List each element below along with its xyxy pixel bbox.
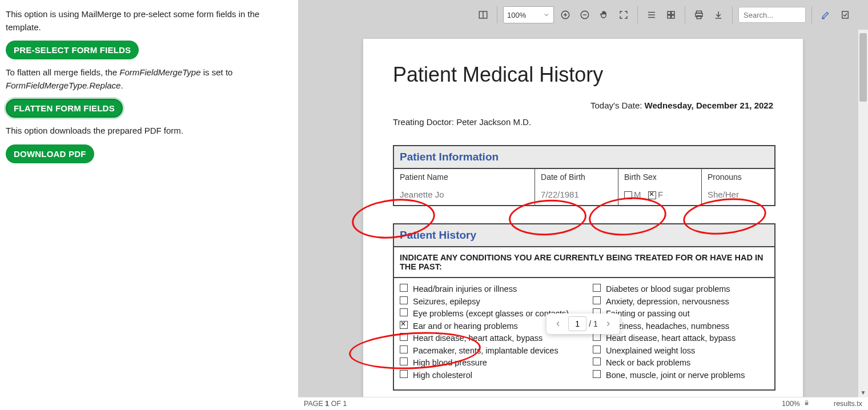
condition-item: Heart disease, heart attack, bypass xyxy=(400,333,576,344)
condition-label: Eye problems (except glasses or contacts… xyxy=(413,308,569,320)
condition-item: Seizures, epilepsy xyxy=(400,296,576,308)
download-icon[interactable] xyxy=(710,7,726,23)
document-scroll-area[interactable]: Patient Medical History Today's Date: We… xyxy=(298,30,868,397)
document-page: Patient Medical History Today's Date: We… xyxy=(363,39,803,397)
download-pdf-button[interactable]: DOWNLOAD PDF xyxy=(6,144,94,163)
condition-item: Diabetes or blood sugar problems xyxy=(593,284,769,295)
condition-item: Unexplained weight loss xyxy=(593,345,769,357)
zoom-in-icon[interactable] xyxy=(557,7,573,23)
status-bar: PAGE 1 OF 1 100% results.tx xyxy=(298,397,868,410)
condition-checkbox xyxy=(400,357,408,365)
section-header-info: Patient Information xyxy=(394,146,774,169)
status-filename: results.tx xyxy=(834,400,862,408)
info-name-cell: Patient Name Jeanette Jo xyxy=(394,169,535,205)
page-number-input[interactable] xyxy=(568,316,586,331)
condition-label: Dizziness, headaches, numbness xyxy=(606,321,729,332)
fullscreen-icon[interactable] xyxy=(616,7,632,23)
condition-checkbox xyxy=(593,333,601,341)
flatten-form-fields-button[interactable]: FLATTEN FORM FIELDS xyxy=(6,99,123,118)
condition-label: Ear and or hearing problems xyxy=(413,321,518,332)
svg-rect-12 xyxy=(668,15,670,18)
condition-checkbox xyxy=(400,308,408,316)
condition-checkbox xyxy=(593,345,601,353)
dob-value: 7/22/1981 xyxy=(541,190,612,199)
condition-item: Neck or back problems xyxy=(593,357,769,369)
doctor-line: Treating Doctor: Peter Jackson M.D. xyxy=(393,117,773,127)
svg-rect-10 xyxy=(668,11,670,14)
condition-label: Seizures, epilepsy xyxy=(413,296,480,308)
condition-checkbox xyxy=(593,296,601,304)
viewer-toolbar: 100% xyxy=(298,0,868,30)
vertical-scrollbar[interactable]: ▼ xyxy=(858,30,868,397)
condition-label: High blood pressure xyxy=(413,357,487,369)
svg-rect-13 xyxy=(672,15,674,18)
condition-checkbox xyxy=(400,296,408,304)
condition-item: Anxiety, depression, nervousness xyxy=(593,296,769,308)
scrollbar-thumb[interactable] xyxy=(859,33,867,102)
patient-info-section: Patient Information Patient Name Jeanett… xyxy=(393,145,775,206)
condition-checkbox xyxy=(400,284,408,292)
condition-label: High cholesterol xyxy=(413,370,472,381)
para-download: This option downloads the prepared PDF f… xyxy=(6,124,292,138)
condition-label: Bone, muscle, joint or nerve problems xyxy=(606,370,745,381)
chevron-down-icon xyxy=(543,11,550,18)
condition-label: Heart disease, heart attack, bypass xyxy=(413,333,542,344)
sex-f-checkbox xyxy=(648,191,656,199)
history-right-column: Diabetes or blood sugar problemsAnxiety,… xyxy=(593,283,769,383)
columns-icon[interactable] xyxy=(475,7,491,23)
pan-icon[interactable] xyxy=(596,7,612,23)
next-page-button[interactable] xyxy=(600,316,616,332)
preselect-form-fields-button[interactable]: PRE-SELECT FORM FIELDS xyxy=(6,41,139,59)
condition-checkbox xyxy=(400,345,408,353)
page-navigator: / 1 xyxy=(546,313,620,334)
patient-name-value: Jeanette Jo xyxy=(400,190,529,199)
condition-label: Neck or back problems xyxy=(606,357,690,369)
info-sex-cell: Birth Sex M F xyxy=(618,169,702,205)
form-complete-icon[interactable] xyxy=(837,7,853,23)
svg-rect-21 xyxy=(805,403,809,405)
highlight-icon[interactable] xyxy=(818,7,834,23)
svg-rect-16 xyxy=(697,16,701,19)
today-date-line: Today's Date: Wednesday, December 21, 20… xyxy=(393,101,773,110)
status-zoom: 100% xyxy=(782,400,800,408)
search-input[interactable] xyxy=(738,7,806,23)
condition-checkbox xyxy=(400,333,408,341)
lock-icon xyxy=(803,400,810,408)
svg-rect-20 xyxy=(842,11,849,18)
pronouns-value: She/Her xyxy=(708,190,769,199)
prev-page-button[interactable] xyxy=(550,316,566,332)
zoom-select[interactable]: 100% xyxy=(503,6,554,23)
condition-checkbox xyxy=(593,357,601,365)
condition-label: Diabetes or blood sugar problems xyxy=(606,284,730,295)
doc-title: Patient Medical History xyxy=(393,63,773,87)
condition-label: Heart disease, heart attack, bypass xyxy=(606,333,736,344)
para-preselect: This option is using MailMerge to pre-se… xyxy=(6,8,292,34)
condition-item: High blood pressure xyxy=(400,357,576,369)
scrollbar-down-arrow[interactable]: ▼ xyxy=(858,388,868,397)
sex-m-checkbox xyxy=(624,191,632,199)
history-instruction: INDICATE ANY CONDITIONS YOU ARE CURRENTL… xyxy=(394,247,774,278)
condition-checkbox xyxy=(593,370,601,378)
condition-item: High cholesterol xyxy=(400,370,576,381)
document-viewer: 100% Patient Medical History xyxy=(298,0,868,410)
grid-view-icon[interactable] xyxy=(663,7,679,23)
patient-history-section: Patient History INDICATE ANY CONDITIONS … xyxy=(393,223,775,391)
condition-label: Anxiety, depression, nervousness xyxy=(606,296,729,308)
condition-label: Head/brain injuries or illness xyxy=(413,284,517,295)
page-total: 1 xyxy=(593,319,598,328)
print-icon[interactable] xyxy=(691,7,707,23)
condition-checkbox xyxy=(400,370,408,378)
zoom-out-icon[interactable] xyxy=(577,7,593,23)
condition-item: Head/brain injuries or illness xyxy=(400,284,576,295)
svg-rect-11 xyxy=(672,11,674,14)
condition-checkbox xyxy=(400,321,408,329)
info-pronouns-cell: Pronouns She/Her xyxy=(702,169,774,205)
condition-checkbox xyxy=(593,284,601,292)
para-flatten: To flatten all merge fields, the FormFie… xyxy=(6,66,292,92)
condition-item: Heart disease, heart attack, bypass xyxy=(593,333,769,344)
list-view-icon[interactable] xyxy=(644,7,660,23)
section-header-history: Patient History xyxy=(394,224,774,247)
condition-item: Pacemaker, stents, implantable devices xyxy=(400,345,576,357)
info-dob-cell: Date of Birth 7/22/1981 xyxy=(535,169,618,205)
left-panel: This option is using MailMerge to pre-se… xyxy=(0,0,298,410)
